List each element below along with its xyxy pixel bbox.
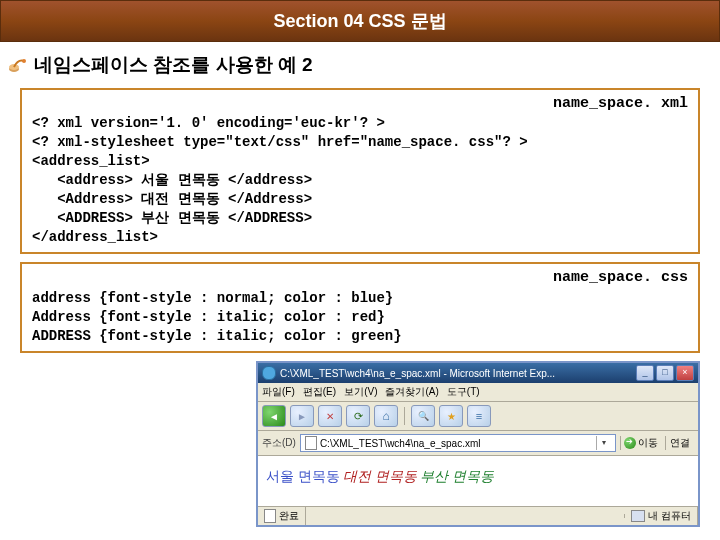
favorites-button[interactable] (439, 405, 463, 427)
browser-title: C:\XML_TEST\wch4\na_e_spac.xml - Microso… (280, 368, 555, 379)
banner-title: Section 04 CSS 문법 (273, 11, 446, 31)
filename-css: name_space. css (32, 268, 688, 288)
go-arrow-icon (624, 437, 636, 449)
history-button[interactable] (467, 405, 491, 427)
code-line: address {font-style : normal; color : bl… (32, 289, 688, 308)
back-button[interactable] (262, 405, 286, 427)
code-box-xml: name_space. xml <? xml version='1. 0' en… (20, 88, 700, 254)
browser-toolbar (258, 402, 698, 431)
section-banner: Section 04 CSS 문법 (0, 0, 720, 42)
links-label: 연결 (670, 437, 690, 448)
menu-favorites[interactable]: 즐겨찾기(A) (385, 385, 438, 399)
browser-viewport: 서울 면목동 대전 면목동 부산 면목동 (258, 456, 698, 506)
code-box-css: name_space. css address {font-style : no… (20, 262, 700, 353)
menu-edit[interactable]: 편집(E) (303, 385, 336, 399)
status-zone-label: 내 컴퓨터 (648, 509, 691, 523)
ie-icon (262, 366, 276, 380)
browser-titlebar[interactable]: C:\XML_TEST\wch4\na_e_spac.xml - Microso… (258, 363, 698, 383)
links-button[interactable]: 연결 (665, 436, 694, 450)
forward-button[interactable] (290, 405, 314, 427)
code-line: <address_list> (32, 152, 688, 171)
menu-tools[interactable]: 도구(T) (447, 385, 480, 399)
code-line: </address_list> (32, 228, 688, 247)
status-spacer (306, 514, 625, 518)
minimize-button[interactable]: _ (636, 365, 654, 381)
rendered-address-3: 부산 면목동 (420, 469, 494, 484)
svg-point-2 (22, 59, 26, 63)
home-button[interactable] (374, 405, 398, 427)
code-line: <address> 서울 면목동 </address> (32, 171, 688, 190)
code-line: ADDRESS {font-style : italic; color : gr… (32, 327, 688, 346)
status-done-label: 완료 (279, 509, 299, 523)
code-line: <? xml-stylesheet type="text/css" href="… (32, 133, 688, 152)
refresh-button[interactable] (346, 405, 370, 427)
bullet-icon (8, 57, 28, 73)
address-label: 주소(D) (262, 436, 296, 450)
address-input[interactable]: C:\XML_TEST\wch4\na_e_spac.xml ▾ (300, 434, 616, 452)
address-bar-row: 주소(D) C:\XML_TEST\wch4\na_e_spac.xml ▾ 이… (258, 431, 698, 456)
page-icon (305, 436, 317, 450)
close-button[interactable]: × (676, 365, 694, 381)
section-heading: 네임스페이스 참조를 사용한 예 2 (34, 52, 313, 78)
browser-window: C:\XML_TEST\wch4\na_e_spac.xml - Microso… (256, 361, 700, 527)
address-value: C:\XML_TEST\wch4\na_e_spac.xml (320, 438, 481, 449)
go-button[interactable]: 이동 (620, 436, 661, 450)
chevron-down-icon[interactable]: ▾ (596, 436, 611, 450)
computer-icon (631, 510, 645, 522)
code-line: <ADDRESS> 부산 면목동 </ADDRESS> (32, 209, 688, 228)
browser-statusbar: 완료 내 컴퓨터 (258, 506, 698, 525)
code-line: <Address> 대전 면목동 </Address> (32, 190, 688, 209)
divider (404, 407, 405, 425)
stop-button[interactable] (318, 405, 342, 427)
menu-view[interactable]: 보기(V) (344, 385, 377, 399)
go-label: 이동 (638, 436, 658, 450)
rendered-address-2: 대전 면목동 (343, 469, 417, 484)
code-line: <? xml version='1. 0' encoding='euc-kr'?… (32, 114, 688, 133)
menu-file[interactable]: 파일(F) (262, 385, 295, 399)
status-zone: 내 컴퓨터 (625, 507, 698, 525)
status-done: 완료 (258, 507, 306, 525)
filename-xml: name_space. xml (32, 94, 688, 114)
section-heading-row: 네임스페이스 참조를 사용한 예 2 (0, 42, 720, 84)
rendered-address-1: 서울 면목동 (266, 469, 340, 484)
browser-menubar: 파일(F) 편집(E) 보기(V) 즐겨찾기(A) 도구(T) (258, 383, 698, 402)
document-icon (264, 509, 276, 523)
search-button[interactable] (411, 405, 435, 427)
maximize-button[interactable]: □ (656, 365, 674, 381)
code-line: Address {font-style : italic; color : re… (32, 308, 688, 327)
